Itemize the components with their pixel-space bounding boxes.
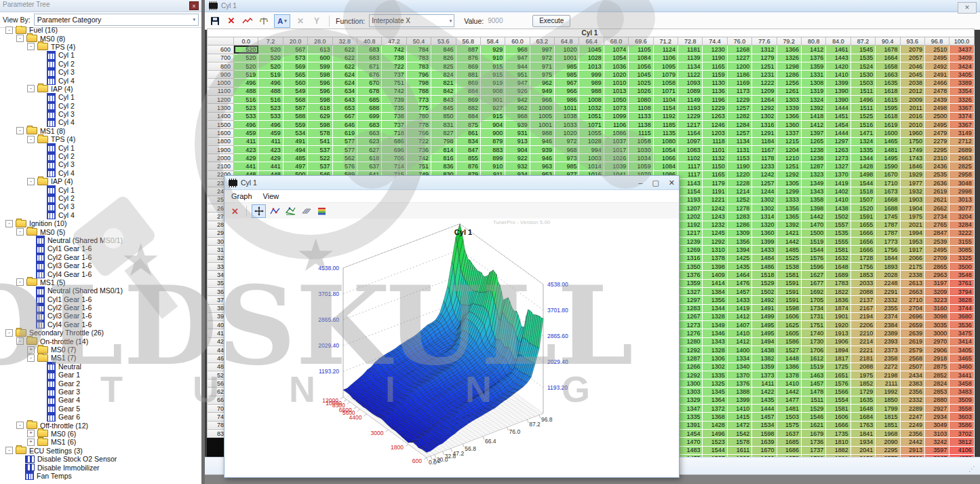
collapse-icon[interactable]: -: [27, 136, 35, 143]
table-cell[interactable]: 1545: [850, 45, 875, 54]
close-icon[interactable]: ✕: [958, 2, 977, 14]
table-cell[interactable]: 973: [555, 154, 579, 162]
table-cell[interactable]: 1530: [850, 71, 875, 79]
table-cell[interactable]: 3367: [949, 120, 974, 128]
table-cell[interactable]: 1292: [777, 170, 801, 179]
table-cell[interactable]: 1011: [555, 104, 579, 112]
table-cell[interactable]: 1495: [752, 329, 777, 337]
table-cell[interactable]: 2021: [900, 221, 924, 229]
table-cell[interactable]: 1934: [850, 438, 875, 446]
table-cell[interactable]: 826: [431, 54, 456, 62]
row-header[interactable]: 600: [208, 45, 234, 54]
table-cell[interactable]: 1519: [801, 238, 825, 246]
table-cell[interactable]: 1314: [752, 212, 777, 221]
table-cell[interactable]: 520: [234, 45, 258, 54]
table-cell[interactable]: 1132: [703, 154, 727, 162]
table-cell[interactable]: 1398: [801, 204, 825, 212]
table-cell[interactable]: 836: [431, 162, 456, 170]
table-cell[interactable]: 784: [406, 45, 431, 54]
table-cell[interactable]: 3437: [949, 45, 974, 54]
table-cell[interactable]: 1507: [850, 196, 875, 204]
table-cell[interactable]: 1756: [850, 263, 875, 271]
table-cell[interactable]: 1159: [703, 71, 727, 79]
table-cell[interactable]: 1359: [752, 362, 777, 371]
graph-window-titlebar[interactable]: Cyl 1 – ▢ ✕: [224, 176, 679, 190]
table-cell[interactable]: 2847: [924, 229, 949, 237]
table-cell[interactable]: 1079: [653, 71, 678, 79]
table-cell[interactable]: 3475: [949, 329, 974, 337]
table-cell[interactable]: 1360: [777, 120, 801, 128]
table-cell[interactable]: 2478: [924, 87, 949, 95]
table-cell[interactable]: 634: [332, 87, 357, 95]
column-header[interactable]: 96.8: [924, 37, 949, 45]
table-cell[interactable]: 915: [480, 112, 505, 120]
close-icon[interactable]: ✕: [229, 205, 241, 217]
table-cell[interactable]: 1664: [876, 54, 900, 62]
axis-font-icon[interactable]: A▾: [274, 14, 290, 28]
table-cell[interactable]: 1278: [727, 204, 751, 212]
table-cell[interactable]: 1595: [876, 104, 900, 112]
table-cell[interactable]: 939: [505, 120, 530, 128]
table-cell[interactable]: 963: [530, 162, 554, 170]
table-cell[interactable]: 1527: [777, 346, 801, 354]
tree-item[interactable]: -IAP (4): [0, 85, 201, 93]
table-cell[interactable]: 1893: [876, 263, 900, 271]
table-cell[interactable]: 1418: [801, 112, 825, 120]
table-cell[interactable]: 1428: [850, 162, 875, 170]
table-cell[interactable]: 1419: [826, 179, 850, 187]
table-cell[interactable]: 1975: [900, 212, 924, 221]
table-cell[interactable]: 2568: [900, 354, 924, 362]
table-cell[interactable]: 1186: [727, 71, 751, 79]
table-cell[interactable]: 1725: [826, 362, 850, 371]
table-cell[interactable]: 834: [456, 137, 480, 145]
table-cell[interactable]: 560: [283, 79, 307, 87]
table-cell[interactable]: 1328: [703, 346, 727, 354]
table-cell[interactable]: 1491: [752, 304, 777, 312]
table-cell[interactable]: 1300: [678, 379, 703, 388]
table-cell[interactable]: 1356: [727, 238, 751, 246]
table-cell[interactable]: 3374: [949, 112, 974, 120]
tree-item[interactable]: Cyl 2: [0, 152, 201, 160]
table-cell[interactable]: 1204: [777, 145, 801, 153]
table-cell[interactable]: 1632: [826, 254, 850, 262]
table-cell[interactable]: 881: [456, 71, 480, 79]
table-cell[interactable]: 1045: [579, 45, 604, 54]
table-cell[interactable]: 1901: [826, 312, 850, 320]
table-cell[interactable]: 1104: [653, 96, 678, 104]
table-cell[interactable]: 1032: [579, 104, 604, 112]
table-cell[interactable]: 1269: [678, 246, 703, 254]
table-cell[interactable]: 1420: [826, 62, 850, 70]
table-cell[interactable]: 1398: [703, 263, 727, 271]
table-cell[interactable]: 1071: [653, 87, 678, 95]
table-cell[interactable]: 1328: [703, 312, 727, 320]
row-header[interactable]: 1000: [208, 79, 234, 87]
table-cell[interactable]: 3558: [949, 405, 974, 413]
table-cell[interactable]: 985: [555, 162, 579, 170]
table-cell[interactable]: 1303: [678, 388, 703, 396]
table-cell[interactable]: 629: [308, 112, 332, 120]
column-header[interactable]: 50.4: [406, 37, 431, 45]
table-cell[interactable]: 1591: [850, 212, 875, 221]
table-cell[interactable]: 1372: [703, 405, 727, 413]
table-cell[interactable]: 2012: [900, 87, 924, 95]
table-cell[interactable]: 596: [308, 79, 332, 87]
table-cell[interactable]: 1279: [752, 54, 777, 62]
collapse-icon[interactable]: -: [16, 228, 24, 236]
table-cell[interactable]: 1366: [777, 112, 801, 120]
map-window-titlebar[interactable]: Cyl 1 ✕: [205, 0, 980, 12]
table-cell[interactable]: 1735: [826, 429, 850, 437]
table-cell[interactable]: 1853: [850, 271, 875, 279]
table-cell[interactable]: 1635: [850, 396, 875, 404]
tree-item[interactable]: Cyl3 Gear 1-6: [0, 261, 201, 269]
table-cell[interactable]: 931: [505, 129, 530, 137]
table-cell[interactable]: 1523: [703, 438, 727, 446]
table-cell[interactable]: 736: [406, 145, 431, 153]
table-cell[interactable]: 1846: [900, 162, 924, 170]
table-cell[interactable]: 1731: [801, 312, 825, 320]
table-cell[interactable]: 2046: [900, 62, 924, 70]
table-cell[interactable]: 1578: [727, 438, 751, 446]
table-cell[interactable]: 1192: [653, 112, 678, 120]
table-cell[interactable]: 3794: [949, 287, 974, 295]
table-cell[interactable]: 1591: [777, 296, 801, 304]
table-cell[interactable]: 2011: [900, 104, 924, 112]
